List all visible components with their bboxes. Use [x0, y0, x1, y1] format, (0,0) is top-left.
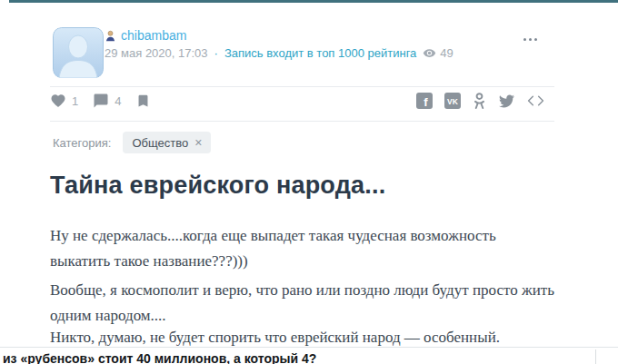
- avatar-placeholder-image: [53, 27, 104, 78]
- bookmark-icon: [135, 93, 151, 109]
- views-count: 49: [440, 46, 453, 60]
- vk-icon: VK: [444, 93, 461, 109]
- share-odnoklassniki-button[interactable]: [473, 93, 486, 110]
- embed-code-icon: [527, 93, 544, 108]
- bookmark-button[interactable]: [135, 93, 151, 109]
- avatar[interactable]: [53, 27, 104, 78]
- post-date: 29 мая 2020, 17:03: [105, 46, 208, 60]
- svg-text:f: f: [424, 95, 428, 109]
- person-icon: [105, 30, 116, 42]
- divider-top: [50, 86, 554, 87]
- eye-icon: [423, 46, 436, 60]
- ticker-separator: [595, 349, 596, 364]
- divider-bottom: [50, 121, 554, 122]
- ticker-text: из «рубенсов» стоит 40 миллионов, а кото…: [3, 351, 316, 364]
- rating-link[interactable]: Запись входит в топ 1000 рейтинга: [224, 46, 416, 60]
- category-label: Категория:: [53, 136, 111, 150]
- post-paragraph: Вообще, я космополит и верю, что рано ил…: [50, 278, 557, 329]
- author-link[interactable]: chibambam: [121, 28, 186, 43]
- category-tag-label: Общество: [132, 136, 188, 150]
- meta-row: 29 мая 2020, 17:03 · Запись входит в топ…: [105, 46, 454, 60]
- category-tag[interactable]: Общество ×: [123, 132, 211, 153]
- action-row: 1 4: [50, 91, 165, 111]
- views-counter: 49: [423, 46, 453, 60]
- post-title: Тайна еврейского народа...: [50, 172, 559, 200]
- twitter-icon: [498, 93, 515, 109]
- like-button[interactable]: 1: [50, 93, 78, 109]
- post-paragraph: Ну не сдержалась....когда еще выпадет та…: [50, 223, 557, 274]
- share-facebook-button[interactable]: f: [416, 93, 433, 109]
- share-twitter-button[interactable]: [498, 93, 515, 109]
- facebook-icon: f: [416, 93, 433, 109]
- comments-count: 4: [115, 94, 121, 108]
- meta-separator: ·: [214, 46, 218, 60]
- share-embed-button[interactable]: [527, 93, 544, 108]
- share-row: f VK: [416, 91, 544, 111]
- heart-icon: [50, 93, 66, 109]
- category-row: Категория: Общество ×: [53, 132, 211, 153]
- comment-icon: [93, 93, 109, 109]
- close-icon[interactable]: ×: [194, 136, 202, 149]
- top-accent-bar: [9, 0, 618, 3]
- likes-count: 1: [72, 94, 78, 108]
- svg-text:VK: VK: [447, 97, 459, 106]
- share-vk-button[interactable]: VK: [444, 93, 461, 109]
- bottom-ticker-bar[interactable]: из «рубенсов» стоит 40 миллионов, а кото…: [0, 347, 618, 364]
- post-page: chibambam 29 мая 2020, 17:03 · Запись вх…: [0, 0, 618, 364]
- more-options-button[interactable]: [518, 33, 542, 45]
- odnoklassniki-icon: [473, 93, 486, 110]
- author-row: chibambam: [105, 28, 186, 43]
- ellipsis-icon: [523, 38, 526, 41]
- comments-button[interactable]: 4: [93, 93, 121, 109]
